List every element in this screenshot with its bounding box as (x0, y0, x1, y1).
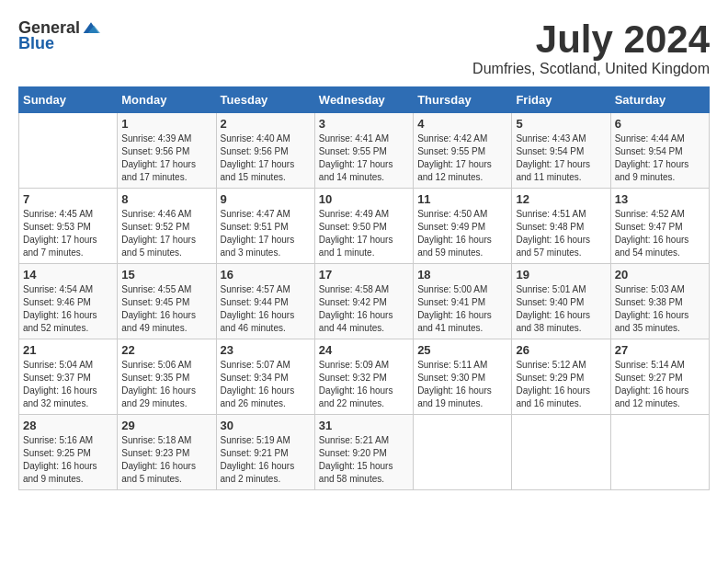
day-info: Sunrise: 5:21 AMSunset: 9:20 PMDaylight:… (319, 434, 409, 486)
calendar-cell: 4Sunrise: 4:42 AMSunset: 9:55 PMDaylight… (414, 113, 512, 189)
calendar-cell: 27Sunrise: 5:14 AMSunset: 9:27 PMDayligh… (610, 339, 709, 415)
calendar-cell: 23Sunrise: 5:07 AMSunset: 9:34 PMDayligh… (216, 339, 314, 415)
calendar-cell: 20Sunrise: 5:03 AMSunset: 9:38 PMDayligh… (610, 264, 709, 339)
day-info: Sunrise: 4:43 AMSunset: 9:54 PMDaylight:… (516, 132, 606, 184)
day-info: Sunrise: 5:03 AMSunset: 9:38 PMDaylight:… (615, 283, 705, 335)
day-info: Sunrise: 5:04 AMSunset: 9:37 PMDaylight:… (23, 359, 113, 410)
day-info: Sunrise: 4:47 AMSunset: 9:51 PMDaylight:… (221, 208, 311, 259)
calendar-cell: 16Sunrise: 4:57 AMSunset: 9:44 PMDayligh… (216, 264, 314, 339)
calendar-cell: 19Sunrise: 5:01 AMSunset: 9:40 PMDayligh… (512, 264, 610, 339)
day-info: Sunrise: 4:58 AMSunset: 9:42 PMDaylight:… (319, 283, 409, 335)
calendar-cell (512, 415, 610, 490)
day-info: Sunrise: 4:57 AMSunset: 9:44 PMDaylight:… (221, 283, 311, 335)
day-number: 29 (121, 419, 211, 432)
calendar-week-row: 21Sunrise: 5:04 AMSunset: 9:37 PMDayligh… (19, 339, 710, 415)
header-day-monday: Monday (118, 87, 216, 113)
day-info: Sunrise: 4:45 AMSunset: 9:53 PMDaylight:… (23, 208, 113, 259)
calendar-cell: 29Sunrise: 5:18 AMSunset: 9:23 PMDayligh… (118, 415, 216, 490)
calendar-cell: 26Sunrise: 5:12 AMSunset: 9:29 PMDayligh… (512, 339, 610, 415)
day-number: 5 (516, 117, 606, 131)
header-day-thursday: Thursday (414, 87, 512, 113)
calendar-cell: 6Sunrise: 4:44 AMSunset: 9:54 PMDaylight… (610, 113, 709, 189)
day-info: Sunrise: 5:18 AMSunset: 9:23 PMDaylight:… (121, 434, 211, 486)
calendar-cell: 3Sunrise: 4:41 AMSunset: 9:55 PMDaylight… (314, 113, 413, 189)
day-number: 3 (319, 117, 409, 131)
day-number: 15 (121, 268, 211, 282)
calendar-cell: 30Sunrise: 5:19 AMSunset: 9:21 PMDayligh… (216, 415, 314, 490)
calendar-cell: 17Sunrise: 4:58 AMSunset: 9:42 PMDayligh… (314, 264, 413, 339)
calendar-cell: 13Sunrise: 4:52 AMSunset: 9:47 PMDayligh… (610, 189, 709, 264)
day-info: Sunrise: 5:14 AMSunset: 9:27 PMDaylight:… (615, 359, 705, 410)
day-number: 8 (121, 192, 211, 206)
calendar-cell: 10Sunrise: 4:49 AMSunset: 9:50 PMDayligh… (314, 189, 413, 264)
calendar-cell: 28Sunrise: 5:16 AMSunset: 9:25 PMDayligh… (19, 415, 118, 490)
calendar-cell: 5Sunrise: 4:43 AMSunset: 9:54 PMDaylight… (512, 113, 610, 189)
calendar-cell: 12Sunrise: 4:51 AMSunset: 9:48 PMDayligh… (512, 189, 610, 264)
day-number: 13 (615, 192, 705, 206)
day-info: Sunrise: 5:12 AMSunset: 9:29 PMDaylight:… (516, 359, 606, 410)
day-info: Sunrise: 4:49 AMSunset: 9:50 PMDaylight:… (319, 208, 409, 259)
calendar-cell: 18Sunrise: 5:00 AMSunset: 9:41 PMDayligh… (414, 264, 512, 339)
day-info: Sunrise: 5:01 AMSunset: 9:40 PMDaylight:… (516, 283, 606, 335)
day-number: 26 (516, 343, 606, 357)
day-number: 30 (221, 419, 311, 432)
day-info: Sunrise: 4:44 AMSunset: 9:54 PMDaylight:… (615, 132, 705, 184)
day-number: 10 (319, 192, 409, 206)
calendar-cell: 15Sunrise: 4:55 AMSunset: 9:45 PMDayligh… (118, 264, 216, 339)
day-info: Sunrise: 5:11 AMSunset: 9:30 PMDaylight:… (417, 359, 507, 410)
day-number: 21 (23, 343, 113, 357)
day-info: Sunrise: 4:55 AMSunset: 9:45 PMDaylight:… (121, 283, 211, 335)
day-info: Sunrise: 5:16 AMSunset: 9:25 PMDaylight:… (23, 434, 113, 486)
day-info: Sunrise: 4:39 AMSunset: 9:56 PMDaylight:… (121, 132, 211, 184)
page-subtitle: Dumfries, Scotland, United Kingdom (472, 61, 710, 77)
header-day-wednesday: Wednesday (314, 87, 413, 113)
day-number: 2 (221, 117, 311, 131)
calendar-cell: 11Sunrise: 4:50 AMSunset: 9:49 PMDayligh… (414, 189, 512, 264)
day-number: 7 (23, 192, 113, 206)
day-info: Sunrise: 4:54 AMSunset: 9:46 PMDaylight:… (23, 283, 113, 335)
calendar-cell: 2Sunrise: 4:40 AMSunset: 9:56 PMDaylight… (216, 113, 314, 189)
calendar-cell (19, 113, 118, 189)
day-number: 1 (121, 117, 211, 131)
day-info: Sunrise: 5:07 AMSunset: 9:34 PMDaylight:… (221, 359, 311, 410)
calendar-cell (610, 415, 709, 490)
day-number: 28 (23, 419, 113, 432)
day-number: 18 (417, 268, 507, 282)
day-number: 20 (615, 268, 705, 282)
calendar-cell (414, 415, 512, 490)
calendar-cell: 22Sunrise: 5:06 AMSunset: 9:35 PMDayligh… (118, 339, 216, 415)
day-info: Sunrise: 4:42 AMSunset: 9:55 PMDaylight:… (417, 132, 507, 184)
calendar-table: SundayMondayTuesdayWednesdayThursdayFrid… (18, 86, 710, 490)
page-title: July 2024 (472, 18, 710, 61)
day-info: Sunrise: 5:00 AMSunset: 9:41 PMDaylight:… (417, 283, 507, 335)
day-number: 12 (516, 192, 606, 206)
day-info: Sunrise: 4:50 AMSunset: 9:49 PMDaylight:… (417, 208, 507, 259)
day-number: 27 (615, 343, 705, 357)
day-info: Sunrise: 4:51 AMSunset: 9:48 PMDaylight:… (516, 208, 606, 259)
header-day-tuesday: Tuesday (216, 87, 314, 113)
logo: General Blue (18, 18, 100, 53)
day-number: 4 (417, 117, 507, 131)
day-info: Sunrise: 4:41 AMSunset: 9:55 PMDaylight:… (319, 132, 409, 184)
header-day-sunday: Sunday (19, 87, 118, 113)
calendar-cell: 8Sunrise: 4:46 AMSunset: 9:52 PMDaylight… (118, 189, 216, 264)
calendar-week-row: 1Sunrise: 4:39 AMSunset: 9:56 PMDaylight… (19, 113, 710, 189)
calendar-week-row: 14Sunrise: 4:54 AMSunset: 9:46 PMDayligh… (19, 264, 710, 339)
calendar-cell: 21Sunrise: 5:04 AMSunset: 9:37 PMDayligh… (19, 339, 118, 415)
day-number: 24 (319, 343, 409, 357)
calendar-header-row: SundayMondayTuesdayWednesdayThursdayFrid… (19, 87, 710, 113)
header: General Blue July 2024 Dumfries, Scotlan… (18, 18, 710, 77)
calendar-cell: 25Sunrise: 5:11 AMSunset: 9:30 PMDayligh… (414, 339, 512, 415)
logo-icon (82, 19, 100, 38)
title-area: July 2024 Dumfries, Scotland, United Kin… (472, 18, 710, 77)
day-number: 31 (319, 419, 409, 432)
day-info: Sunrise: 5:06 AMSunset: 9:35 PMDaylight:… (121, 359, 211, 410)
calendar-week-row: 7Sunrise: 4:45 AMSunset: 9:53 PMDaylight… (19, 189, 710, 264)
calendar-cell: 7Sunrise: 4:45 AMSunset: 9:53 PMDaylight… (19, 189, 118, 264)
day-number: 14 (23, 268, 113, 282)
day-number: 11 (417, 192, 507, 206)
calendar-week-row: 28Sunrise: 5:16 AMSunset: 9:25 PMDayligh… (19, 415, 710, 490)
day-number: 19 (516, 268, 606, 282)
calendar-cell: 24Sunrise: 5:09 AMSunset: 9:32 PMDayligh… (314, 339, 413, 415)
calendar-cell: 31Sunrise: 5:21 AMSunset: 9:20 PMDayligh… (314, 415, 413, 490)
